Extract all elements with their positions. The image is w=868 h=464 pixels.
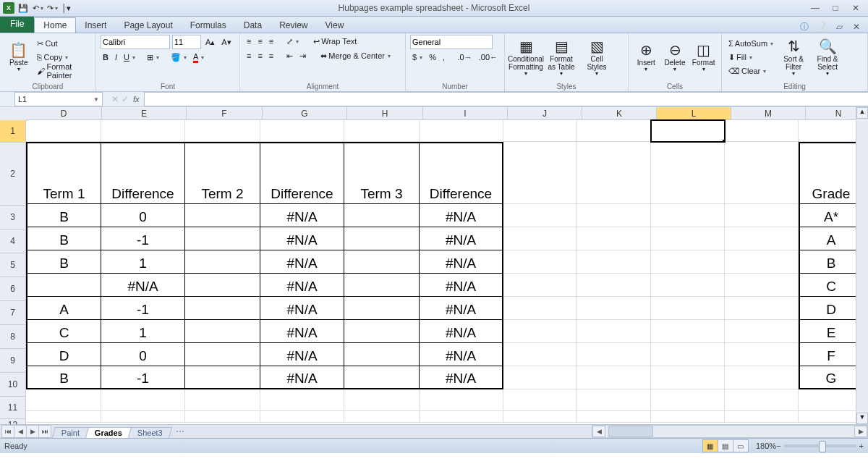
review-tab[interactable]: Review	[271, 18, 316, 33]
cell-E8[interactable]: 1	[101, 320, 185, 343]
cell-K5[interactable]	[577, 250, 651, 274]
cell-G3[interactable]: #N/A	[260, 204, 344, 227]
wrap-text-button[interactable]: ↩Wrap Text	[311, 35, 359, 48]
align-top[interactable]: ≡	[244, 35, 253, 48]
format-as-table-button[interactable]: ▤Format as Table▾	[545, 35, 578, 80]
align-center[interactable]: ≡	[255, 49, 264, 62]
normal-view-button[interactable]: ▦	[702, 439, 718, 452]
cell-M4[interactable]	[725, 227, 799, 250]
cell-H1[interactable]	[344, 120, 420, 142]
cell-F2[interactable]: Term 2	[185, 142, 260, 204]
cell-styles-button[interactable]: ▧Cell Styles▾	[580, 35, 613, 80]
cell-L9[interactable]	[651, 343, 725, 366]
cell-H6[interactable]	[344, 274, 420, 297]
cell-H4[interactable]	[344, 227, 420, 250]
cell-M5[interactable]	[725, 250, 799, 274]
cell-N2[interactable]: Grade	[799, 142, 864, 204]
cell-F4[interactable]	[185, 227, 260, 250]
cell-L10[interactable]	[651, 366, 725, 389]
cell-E9[interactable]: 0	[101, 343, 185, 366]
cell-N9[interactable]: F	[799, 343, 864, 366]
cell-F1[interactable]	[185, 120, 260, 142]
pagelayout-tab[interactable]: Page Layout	[115, 18, 181, 33]
cell-E3[interactable]: 0	[101, 204, 185, 227]
name-box[interactable]: L1 ▼	[14, 92, 103, 106]
row-header-2[interactable]: 2	[0, 143, 26, 206]
cell-N10[interactable]: G	[799, 366, 864, 389]
cell-G9[interactable]: #N/A	[260, 343, 344, 366]
cell-M11[interactable]	[725, 389, 799, 411]
scroll-thumb[interactable]	[608, 426, 653, 437]
column-header-D[interactable]: D	[26, 107, 102, 120]
cell-N7[interactable]: D	[799, 297, 864, 320]
cell-D9[interactable]: D	[26, 343, 101, 366]
font-name-select[interactable]	[101, 35, 170, 49]
cell-K9[interactable]	[577, 343, 651, 366]
cell-M8[interactable]	[725, 320, 799, 343]
cell-J11[interactable]	[503, 389, 577, 411]
sheet-nav-3[interactable]: ⏭	[38, 425, 51, 438]
cell-N11[interactable]	[799, 389, 864, 411]
cell-L6[interactable]	[651, 274, 725, 297]
cell-H11[interactable]	[344, 389, 420, 411]
decrease-indent[interactable]: ⇤	[284, 49, 295, 62]
namebox-dropdown-icon[interactable]: ▼	[93, 96, 99, 103]
cell-I5[interactable]: #N/A	[420, 250, 503, 274]
column-header-M[interactable]: M	[731, 107, 806, 120]
cell-E7[interactable]: -1	[101, 297, 185, 320]
vertical-scrollbar[interactable]: ▲ ▼	[856, 107, 868, 424]
cell-J1[interactable]	[503, 120, 577, 142]
row-header-5[interactable]: 5	[0, 253, 26, 277]
row-header-11[interactable]: 11	[0, 397, 26, 419]
fill-color-button[interactable]: 🪣	[169, 51, 189, 64]
align-bottom[interactable]: ≡	[267, 35, 276, 48]
cell-K12[interactable]	[577, 411, 651, 423]
cell-F10[interactable]	[185, 366, 260, 389]
scroll-up-icon[interactable]: ▲	[856, 107, 868, 119]
window-close-doc[interactable]: ✕	[851, 21, 862, 33]
cell-G6[interactable]: #N/A	[260, 274, 344, 297]
cell-L2[interactable]	[651, 142, 725, 204]
close-button[interactable]: ✕	[851, 3, 861, 13]
cell-G11[interactable]	[260, 389, 344, 411]
row-header-6[interactable]: 6	[0, 277, 26, 301]
cell-I4[interactable]: #N/A	[420, 227, 503, 250]
zoom-in-button[interactable]: +	[859, 442, 864, 450]
cell-N4[interactable]: A	[799, 227, 864, 250]
cell-D3[interactable]: B	[26, 204, 101, 227]
cell-F3[interactable]	[185, 204, 260, 227]
cell-K1[interactable]	[577, 120, 651, 142]
cell-K2[interactable]	[577, 142, 651, 204]
cell-E12[interactable]	[101, 411, 185, 423]
cell-D1[interactable]	[26, 120, 101, 142]
view-tab[interactable]: View	[317, 18, 353, 33]
undo-button[interactable]: ↶	[32, 2, 43, 14]
cell-N3[interactable]: A*	[799, 204, 864, 227]
cell-F6[interactable]	[185, 274, 260, 297]
row-header-7[interactable]: 7	[0, 301, 26, 325]
decrease-decimal[interactable]: .00←	[477, 51, 500, 64]
cell-E5[interactable]: 1	[101, 250, 185, 274]
row-header-1[interactable]: 1	[0, 120, 26, 143]
cell-D12[interactable]	[26, 411, 101, 423]
page-layout-view-button[interactable]: ▤	[718, 439, 733, 452]
cell-H10[interactable]	[344, 366, 420, 389]
worksheet-grid[interactable]: DEFGHIJKLMN 123456789101112 Term 1Differ…	[0, 107, 868, 424]
format-painter-button[interactable]: 🖌Format Painter	[35, 64, 91, 77]
cell-E10[interactable]: -1	[101, 366, 185, 389]
save-icon[interactable]: 💾	[17, 2, 29, 14]
row-header-4[interactable]: 4	[0, 229, 26, 253]
column-header-I[interactable]: I	[423, 107, 508, 120]
cell-H12[interactable]	[344, 411, 420, 423]
cell-J9[interactable]	[503, 343, 577, 366]
cell-M2[interactable]	[725, 142, 799, 204]
cell-H5[interactable]	[344, 250, 420, 274]
row-header-10[interactable]: 10	[0, 373, 26, 397]
scroll-down-icon[interactable]: ▼	[856, 413, 868, 424]
cell-D7[interactable]: A	[26, 297, 101, 320]
number-format-select[interactable]	[410, 35, 493, 49]
sheet-tab-grades[interactable]: Grades	[85, 427, 132, 438]
cell-D11[interactable]	[26, 389, 101, 411]
sheet-tab-paint[interactable]: Paint	[52, 427, 89, 438]
cell-F8[interactable]	[185, 320, 260, 343]
